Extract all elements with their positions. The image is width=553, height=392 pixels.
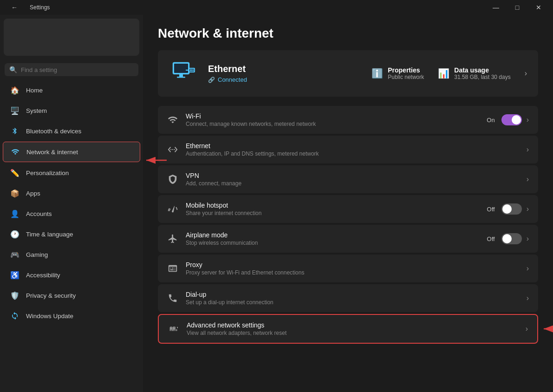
- nav-item-home[interactable]: 🏠 Home: [3, 80, 140, 100]
- back-button[interactable]: ←: [4, 0, 25, 15]
- sidebar: 🔍 🏠 Home 🖥️ System Bluetooth & devices N…: [0, 15, 143, 392]
- hotspot-row-right: Off ›: [487, 203, 529, 215]
- ethernet-info: Ethernet 🔗 Connected: [208, 64, 362, 83]
- nav-item-windows-update[interactable]: Windows Update: [3, 306, 140, 326]
- wifi-label: Wi-Fi: [186, 112, 479, 120]
- airplane-icon: [167, 233, 178, 244]
- svg-rect-8: [193, 69, 194, 71]
- titlebar-left: ← Settings: [4, 0, 50, 15]
- page-title: Network & internet: [158, 26, 538, 41]
- vpn-icon: [167, 174, 178, 185]
- ethernet-hero[interactable]: Ethernet 🔗 Connected ℹ️ Properties Publi…: [158, 50, 538, 97]
- settings-row-advanced[interactable]: Advanced network settings View all netwo…: [158, 314, 538, 344]
- advanced-icon: [168, 323, 179, 334]
- maximize-button[interactable]: □: [507, 0, 528, 15]
- properties-label: Properties: [388, 66, 424, 74]
- airplane-sub: Stop wireless communication: [186, 240, 480, 246]
- search-box[interactable]: 🔍: [5, 63, 138, 76]
- properties-text: Properties Public network: [388, 66, 424, 80]
- hotspot-toggle[interactable]: [501, 203, 522, 215]
- search-input[interactable]: [21, 66, 134, 73]
- wifi-text: Wi-Fi Connect, manage known networks, me…: [186, 112, 479, 127]
- airplane-chevron-icon: ›: [527, 235, 529, 243]
- properties-icon: ℹ️: [371, 68, 383, 79]
- vpn-row-right: ›: [527, 175, 529, 183]
- bluetooth-icon: [10, 126, 20, 136]
- proxy-label: Proxy: [186, 261, 519, 268]
- nav-item-network[interactable]: Network & internet: [3, 142, 140, 162]
- nav-item-accessibility[interactable]: ♿ Accessibility: [3, 265, 140, 285]
- system-icon: 🖥️: [10, 106, 20, 115]
- svg-rect-3: [177, 77, 185, 78]
- svg-rect-1: [174, 64, 188, 73]
- airplane-toggle[interactable]: [501, 233, 522, 244]
- settings-row-airplane[interactable]: Airplane mode Stop wireless communicatio…: [158, 225, 538, 253]
- settings-row-dialup[interactable]: Dial-up Set up a dial-up internet connec…: [158, 284, 538, 312]
- dialup-label: Dial-up: [186, 291, 519, 298]
- proxy-text: Proxy Proxy server for Wi-Fi and Etherne…: [186, 261, 519, 276]
- network-icon: [11, 147, 20, 157]
- privacy-icon: 🛡️: [10, 291, 20, 300]
- data-usage-sub: 31.58 GB, last 30 days: [454, 74, 510, 80]
- nav-item-bluetooth[interactable]: Bluetooth & devices: [3, 121, 140, 141]
- settings-row-ethernet[interactable]: Ethernet Authentication, IP and DNS sett…: [158, 136, 538, 163]
- hotspot-label: Mobile hotspot: [186, 202, 480, 209]
- nav-item-privacy[interactable]: 🛡️ Privacy & security: [3, 286, 140, 305]
- dialup-chevron-icon: ›: [527, 294, 529, 302]
- vpn-label: VPN: [186, 172, 519, 179]
- settings-row-wifi[interactable]: Wi-Fi Connect, manage known networks, me…: [158, 106, 538, 134]
- proxy-icon: [167, 263, 178, 274]
- proxy-row-right: ›: [527, 264, 529, 273]
- vpn-sub: Add, connect, manage: [186, 180, 519, 187]
- close-button[interactable]: ✕: [528, 0, 549, 15]
- data-usage-text: Data usage 31.58 GB, last 30 days: [454, 66, 510, 80]
- wifi-chevron-icon: ›: [527, 116, 529, 124]
- nav-item-apps[interactable]: 📦 Apps: [3, 183, 140, 203]
- connected-dot: 🔗: [208, 77, 215, 83]
- titlebar: ← Settings — □ ✕: [0, 0, 553, 15]
- main-content: Network & internet: [143, 15, 553, 392]
- nav-label-apps: Apps: [26, 190, 40, 197]
- arrow-annotation: [542, 322, 553, 336]
- titlebar-controls: — □ ✕: [485, 0, 549, 15]
- advanced-label: Advanced network settings: [187, 321, 518, 329]
- svg-rect-7: [191, 69, 192, 71]
- dialup-icon: [167, 293, 178, 304]
- gaming-icon: 🎮: [10, 250, 20, 259]
- nav-item-time[interactable]: 🕐 Time & language: [3, 224, 140, 244]
- minimize-button[interactable]: —: [485, 0, 507, 15]
- nav-item-gaming[interactable]: 🎮 Gaming: [3, 245, 140, 264]
- settings-row-proxy[interactable]: Proxy Proxy server for Wi-Fi and Etherne…: [158, 255, 538, 282]
- windows-update-icon: [10, 311, 20, 320]
- nav-item-personalization[interactable]: ✏️ Personalization: [3, 163, 140, 183]
- search-icon: 🔍: [9, 66, 17, 73]
- dialup-sub: Set up a dial-up internet connection: [186, 299, 519, 306]
- ethernet-status: 🔗 Connected: [208, 76, 362, 83]
- nav-item-system[interactable]: 🖥️ System: [3, 101, 140, 120]
- vpn-text: VPN Add, connect, manage: [186, 172, 519, 187]
- ethernet-row-sub: Authentication, IP and DNS settings, met…: [186, 150, 519, 157]
- properties-action[interactable]: ℹ️ Properties Public network: [371, 66, 424, 80]
- accounts-icon: 👤: [10, 209, 20, 218]
- svg-rect-2: [179, 74, 183, 77]
- connected-label: Connected: [218, 76, 247, 83]
- ethernet-row-label: Ethernet: [186, 142, 519, 150]
- hotspot-toggle-label: Off: [487, 206, 495, 213]
- dialup-text: Dial-up Set up a dial-up internet connec…: [186, 291, 519, 306]
- ethernet-row-right: ›: [527, 145, 529, 154]
- nav-label-system: System: [26, 107, 47, 114]
- nav-label-accounts: Accounts: [26, 210, 52, 217]
- data-usage-label: Data usage: [454, 66, 510, 74]
- settings-row-vpn[interactable]: VPN Add, connect, manage ›: [158, 165, 538, 193]
- properties-sub: Public network: [388, 74, 424, 80]
- hotspot-icon: [167, 203, 178, 215]
- personalization-icon: ✏️: [10, 168, 20, 177]
- settings-list: Wi-Fi Connect, manage known networks, me…: [158, 106, 538, 344]
- time-icon: 🕐: [10, 229, 20, 239]
- airplane-label: Airplane mode: [186, 231, 480, 239]
- settings-row-hotspot[interactable]: Mobile hotspot Share your internet conne…: [158, 195, 538, 223]
- wifi-toggle[interactable]: [501, 114, 522, 125]
- data-usage-action[interactable]: 📊 Data usage 31.58 GB, last 30 days: [438, 66, 510, 80]
- nav-item-accounts[interactable]: 👤 Accounts: [3, 204, 140, 223]
- nav-label-personalization: Personalization: [26, 170, 69, 176]
